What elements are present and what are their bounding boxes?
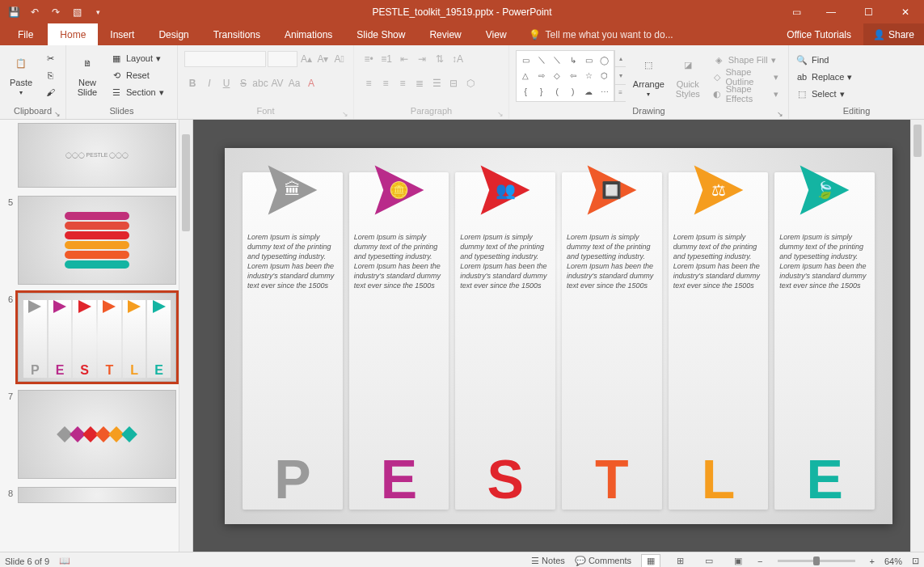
shape-brace-icon[interactable]: {	[525, 87, 527, 96]
font-launcher-icon[interactable]: ↘	[342, 110, 348, 118]
paragraph-launcher-icon[interactable]: ↘	[497, 110, 504, 118]
align-center-button[interactable]: ≡	[378, 74, 394, 92]
thumbnails-scrollbar[interactable]	[179, 120, 192, 552]
slide-thumbnail-4[interactable]: ◯◯◯ PESTLE ◯◯◯	[3, 123, 189, 188]
strikethrough-button[interactable]: S	[235, 74, 251, 92]
undo-icon[interactable]: ↶	[26, 3, 44, 21]
tab-insert[interactable]: Insert	[98, 23, 146, 45]
clipboard-launcher-icon[interactable]: ↘	[54, 110, 61, 118]
tab-view[interactable]: View	[474, 23, 519, 45]
numbering-button[interactable]: ≡1	[378, 50, 394, 68]
pestle-column-p-0[interactable]: 🏛 Lorem Ipsum is simply dummy text of th…	[243, 172, 343, 510]
shapes-expand-icon[interactable]: ≡	[615, 85, 626, 102]
font-size-combo[interactable]	[268, 51, 297, 67]
shape-arrow2-icon[interactable]: ⇦	[570, 71, 576, 80]
save-icon[interactable]: 💾	[5, 3, 23, 21]
shape-connector-icon[interactable]: ↳	[570, 56, 576, 65]
increase-font-icon[interactable]: A▴	[299, 50, 314, 68]
start-from-beginning-icon[interactable]: ▧	[68, 3, 86, 21]
smartart-button[interactable]: ⬡	[462, 74, 479, 92]
shape-paren2-icon[interactable]: )	[572, 87, 574, 96]
tab-home[interactable]: Home	[48, 23, 98, 45]
spellcheck-icon[interactable]: 📖	[59, 556, 70, 566]
shape-more-icon[interactable]: ⋯	[601, 87, 609, 96]
slide-canvas[interactable]: 🏛 Lorem Ipsum is simply dummy text of th…	[225, 148, 892, 524]
find-button[interactable]: 🔍Find	[792, 52, 855, 68]
replace-button[interactable]: abReplace ▾	[792, 69, 855, 85]
shape-diamond-icon[interactable]: ◇	[554, 71, 560, 80]
shape-effects-button[interactable]: ◐Shape Effects ▾	[709, 86, 782, 102]
slide-thumbnail-5[interactable]: 5	[3, 196, 189, 285]
shape-line-icon[interactable]: ＼	[538, 54, 546, 66]
bullets-button[interactable]: ≡•	[361, 50, 377, 68]
shapes-scroll-up-icon[interactable]: ▴	[615, 50, 626, 67]
shapes-scroll-down-icon[interactable]: ▾	[615, 67, 626, 84]
char-spacing-button[interactable]: AV	[269, 74, 285, 92]
tab-transitions[interactable]: Transitions	[201, 23, 272, 45]
office-tutorials-link[interactable]: Office Tutorials	[774, 23, 863, 45]
underline-button[interactable]: U	[218, 74, 234, 92]
select-button[interactable]: ⬚Select ▾	[792, 86, 855, 102]
bold-button[interactable]: B	[184, 74, 200, 92]
font-family-combo[interactable]	[184, 51, 266, 67]
redo-icon[interactable]: ↷	[47, 3, 65, 21]
cut-button[interactable]: ✂	[40, 50, 60, 66]
fit-to-window-button[interactable]: ⊡	[912, 556, 919, 566]
columns-button[interactable]: ☰	[428, 74, 445, 92]
change-case-button[interactable]: Aa	[286, 74, 302, 92]
editor-scrollbar[interactable]	[910, 120, 924, 552]
clear-formatting-icon[interactable]: A⃠	[332, 50, 347, 68]
decrease-font-icon[interactable]: A▾	[315, 50, 330, 68]
quick-styles-button[interactable]: ◪Quick Styles	[672, 50, 704, 100]
format-painter-button[interactable]: 🖌	[40, 84, 60, 100]
slide-thumbnail-7[interactable]: 7	[3, 390, 189, 479]
shape-triangle-icon[interactable]: △	[522, 71, 529, 80]
shape-rect2-icon[interactable]: ▭	[585, 56, 593, 65]
qat-customize-icon[interactable]: ▾	[89, 3, 107, 21]
pestle-column-s-2[interactable]: 👥 Lorem Ipsum is simply dummy text of th…	[455, 172, 555, 510]
notes-button[interactable]: ☰ Notes	[531, 556, 565, 566]
shape-rectangle-icon[interactable]: ▭	[522, 56, 530, 65]
tab-animations[interactable]: Animations	[272, 23, 344, 45]
shape-brace2-icon[interactable]: }	[540, 87, 542, 96]
shape-paren-icon[interactable]: (	[556, 87, 559, 96]
shadow-button[interactable]: abc	[252, 74, 268, 92]
line-spacing-button[interactable]: ⇅	[432, 50, 448, 68]
shape-star-icon[interactable]: ☆	[585, 71, 593, 80]
drawing-launcher-icon[interactable]: ↘	[777, 110, 783, 118]
zoom-out-button[interactable]: −	[757, 556, 762, 566]
share-button[interactable]: 👤 Share	[863, 23, 924, 45]
tab-slideshow[interactable]: Slide Show	[344, 23, 417, 45]
italic-button[interactable]: I	[201, 74, 217, 92]
shape-arrow-icon[interactable]: ⇨	[538, 71, 545, 80]
slide-thumbnail-6[interactable]: 6 P E S T L E	[3, 293, 189, 382]
copy-button[interactable]: ⎘	[40, 67, 60, 83]
slideshow-view-button[interactable]: ▣	[728, 554, 748, 568]
maximize-button[interactable]: ☐	[850, 0, 887, 23]
shape-fill-button[interactable]: ◈Shape Fill ▾	[709, 52, 782, 68]
tab-file[interactable]: File	[3, 23, 48, 45]
layout-button[interactable]: ▦Layout ▾	[107, 50, 167, 66]
align-left-button[interactable]: ≡	[361, 74, 377, 92]
normal-view-button[interactable]: ▦	[641, 554, 660, 568]
font-color-button[interactable]: A	[303, 74, 319, 92]
pestle-column-t-3[interactable]: 🔲 Lorem Ipsum is simply dummy text of th…	[562, 172, 662, 510]
pestle-column-e-1[interactable]: 🪙 Lorem Ipsum is simply dummy text of th…	[349, 172, 449, 510]
align-right-button[interactable]: ≡	[394, 74, 411, 92]
justify-button[interactable]: ≣	[411, 74, 428, 92]
tab-review[interactable]: Review	[417, 23, 473, 45]
text-direction-button[interactable]: ↕A	[449, 50, 466, 68]
zoom-slider[interactable]	[778, 560, 855, 562]
minimize-button[interactable]: —	[812, 0, 850, 23]
new-slide-button[interactable]: 🗎 New Slide	[70, 49, 105, 99]
tell-me-search[interactable]: 💡 Tell me what you want to do...	[519, 23, 683, 45]
increase-indent-button[interactable]: ⇥	[414, 50, 430, 68]
slide-thumbnail-8[interactable]: 8	[3, 487, 189, 503]
close-button[interactable]: ✕	[887, 0, 924, 23]
reading-view-button[interactable]: ▭	[699, 554, 719, 568]
paste-button[interactable]: 📋 Paste ▾	[3, 49, 39, 98]
arrange-button[interactable]: ⬚Arrange▾	[631, 50, 667, 99]
shape-line2-icon[interactable]: ＼	[553, 54, 561, 66]
section-button[interactable]: ☰Section ▾	[107, 84, 167, 100]
zoom-in-button[interactable]: +	[870, 556, 875, 566]
